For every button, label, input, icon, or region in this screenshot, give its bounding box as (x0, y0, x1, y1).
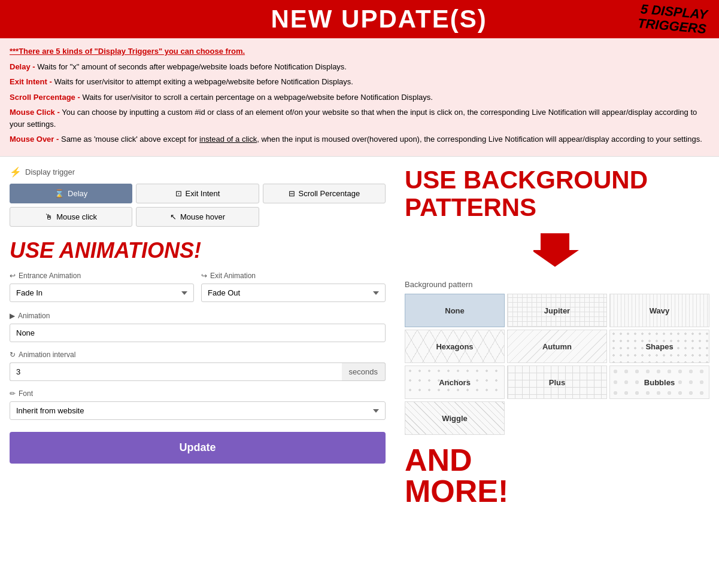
animation-icon: ▶ (10, 312, 15, 320)
font-label: ✏ Font (10, 389, 386, 398)
animation-interval-group: ↻ Animation interval 3 seconds (10, 351, 386, 381)
pattern-cell-autumn[interactable]: Autumn (507, 330, 607, 363)
exit-icon: ↪ (201, 272, 207, 280)
trigger-buttons-row1: ⌛ Delay ⊡ Exit Intent ⊟ Scroll Percentag… (10, 184, 386, 203)
mouse-click-label: Mouse click (56, 212, 97, 221)
header-banner: NEW UPDATE(S) 5 DISPLAY TRIGGERS (0, 0, 719, 38)
pattern-name-plus: Plus (549, 378, 565, 387)
mouse-hover-label: Mouse hover (180, 212, 225, 221)
pattern-grid: None Jupiter Wavy Hexagons Autumn Shapes (405, 294, 709, 435)
pattern-cell-plus[interactable]: Plus (507, 365, 607, 399)
entrance-animation-label: ↩ Entrance Animation (10, 272, 194, 280)
font-group: ✏ Font Inherit from website Arial Georgi… (10, 389, 386, 420)
trigger-btn-mouse-click[interactable]: 🖱 Mouse click (10, 207, 132, 227)
info-headline: ***There are 5 kinds of "Display Trigger… (10, 47, 245, 56)
font-icon: ✏ (10, 389, 16, 398)
pattern-cell-jupiter[interactable]: Jupiter (507, 294, 607, 327)
update-button[interactable]: Update (10, 432, 386, 464)
font-select[interactable]: Inherit from website Arial Georgia Verda… (10, 401, 386, 420)
info-scroll-text: Waits for user/visitor to scroll a certa… (80, 93, 433, 102)
arrow-down-icon (533, 226, 581, 274)
pattern-name-wiggle: Wiggle (442, 414, 468, 423)
pattern-name-shapes: Shapes (645, 342, 673, 351)
info-mouseclick-text: You can choose by inputting a custom #id… (10, 108, 697, 129)
pattern-cell-shapes[interactable]: Shapes (609, 330, 709, 363)
animation-group: ▶ Animation None Pulse Shake Bounce (10, 312, 386, 342)
pattern-name-none: None (445, 306, 465, 315)
mouse-hover-icon: ↖ (170, 212, 177, 221)
scroll-percentage-icon: ⊟ (289, 189, 295, 198)
trigger-btn-exit-intent[interactable]: ⊡ Exit Intent (136, 184, 259, 203)
pattern-name-anchors: Anchors (439, 378, 471, 387)
header-badge: 5 DISPLAY TRIGGERS (637, 2, 708, 36)
display-trigger-section: ⚡ Display trigger (10, 166, 386, 178)
entrance-animation-select[interactable]: Fade In Slide In Left Slide In Right Bou… (10, 284, 194, 302)
bg-pattern-label: Background pattern (405, 280, 709, 289)
info-scroll-label: Scroll Percentage - (10, 93, 80, 102)
and-more: ANDMORE! (405, 444, 709, 507)
trigger-btn-delay[interactable]: ⌛ Delay (10, 184, 132, 203)
anim-controls: ↩ Entrance Animation Fade In Slide In Le… (10, 272, 386, 302)
trigger-btn-scroll-percentage[interactable]: ⊟ Scroll Percentage (263, 184, 386, 203)
interval-input[interactable]: 3 (10, 362, 342, 381)
trigger-btn-mouse-hover[interactable]: ↖ Mouse hover (136, 207, 259, 227)
exit-intent-label: Exit Intent (186, 189, 220, 198)
delay-label: Delay (68, 189, 87, 198)
pattern-name-jupiter: Jupiter (544, 306, 570, 315)
info-delay-text: Waits for "x" amount of seconds after we… (35, 62, 347, 71)
scroll-percentage-label: Scroll Percentage (299, 189, 360, 198)
pattern-cell-none[interactable]: None (405, 294, 505, 327)
info-exit-text: Waits for user/visitor to attempt exitin… (52, 77, 353, 86)
trigger-buttons-row2: 🖱 Mouse click ↖ Mouse hover (10, 207, 386, 227)
left-panel: ⚡ Display trigger ⌛ Delay ⊡ Exit Intent … (0, 157, 395, 516)
exit-intent-icon: ⊡ (175, 189, 182, 198)
header-title: NEW UPDATE(S) (120, 5, 638, 33)
pattern-name-hexagons: Hexagons (436, 342, 473, 351)
pattern-cell-wiggle[interactable]: Wiggle (405, 401, 505, 435)
mouse-click-icon: 🖱 (45, 212, 53, 221)
animation-select[interactable]: None Pulse Shake Bounce (10, 324, 386, 342)
entrance-icon: ↩ (10, 272, 16, 280)
interval-input-wrapper: 3 seconds (10, 362, 386, 381)
info-mouseover-label: Mouse Over - (10, 135, 59, 144)
display-trigger-label: Display trigger (25, 167, 75, 176)
lightning-icon: ⚡ (10, 166, 22, 178)
entrance-animation-group: ↩ Entrance Animation Fade In Slide In Le… (10, 272, 194, 302)
pattern-name-bubbles: Bubbles (644, 378, 675, 387)
svg-marker-0 (533, 233, 579, 267)
pattern-cell-wavy[interactable]: Wavy (609, 294, 709, 327)
info-exit-label: Exit Intent - (10, 77, 52, 86)
info-delay-label: Delay - (10, 62, 35, 71)
pattern-cell-bubbles[interactable]: Bubbles (609, 365, 709, 399)
pattern-cell-hexagons[interactable]: Hexagons (405, 330, 505, 363)
delay-icon: ⌛ (54, 189, 64, 198)
animation-interval-label: ↻ Animation interval (10, 351, 386, 359)
pattern-name-autumn: Autumn (542, 342, 572, 351)
red-arrow (405, 226, 709, 274)
bg-pattern-title: USE BACKGROUNDPATTERNS (405, 166, 709, 221)
exit-animation-label: ↪ Exit Animation (201, 272, 386, 280)
exit-animation-select[interactable]: Fade Out Slide Out Left Slide Out Right … (201, 284, 386, 302)
right-panel: USE BACKGROUNDPATTERNS Background patter… (395, 157, 719, 516)
main-layout: ⚡ Display trigger ⌛ Delay ⊡ Exit Intent … (0, 157, 719, 516)
animation-label: ▶ Animation (10, 312, 386, 320)
seconds-label: seconds (342, 362, 386, 381)
pattern-cell-anchors[interactable]: Anchors (405, 365, 505, 399)
interval-icon: ↻ (10, 351, 16, 359)
info-section: ***There are 5 kinds of "Display Trigger… (0, 38, 719, 157)
animations-promo: USE ANIMATIONS! (10, 239, 386, 263)
info-mouseover-text: Same as 'mouse click' above except for i… (59, 135, 702, 144)
info-mouseclick-label: Mouse Click - (10, 108, 60, 117)
pattern-name-wavy: Wavy (650, 306, 669, 315)
exit-animation-group: ↪ Exit Animation Fade Out Slide Out Left… (201, 272, 386, 302)
